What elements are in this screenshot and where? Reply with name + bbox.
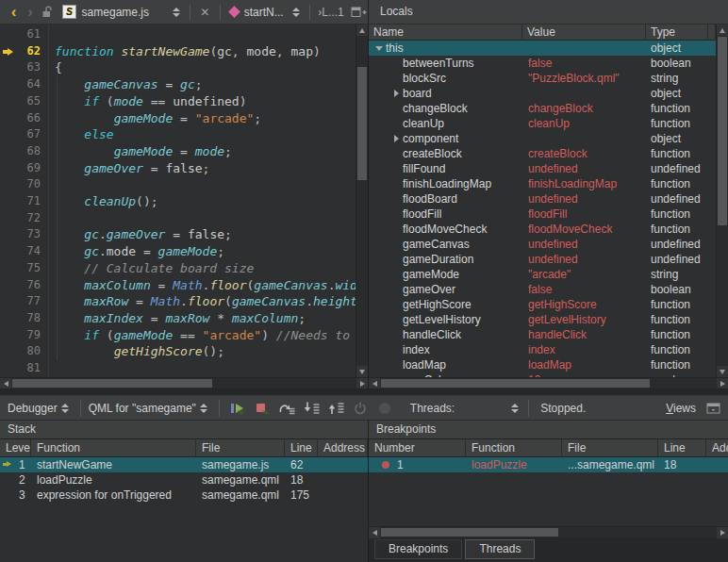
locals-row[interactable]: changeBlockchangeBlockfunction — [369, 101, 716, 116]
locals-row[interactable]: indexindexfunction — [369, 342, 716, 357]
line-number[interactable]: 70 — [0, 176, 48, 193]
file-selector[interactable]: samegame.js — [82, 6, 184, 19]
scrollbar-thumb[interactable] — [357, 67, 367, 180]
tab-threads[interactable]: Threads — [465, 539, 535, 559]
locals-row[interactable]: getHighScoregetHighScorefunction — [369, 297, 716, 312]
column-header-address[interactable]: Address — [318, 439, 368, 456]
stack-header[interactable]: Level Function File Line Address — [0, 439, 368, 457]
line-number[interactable]: 72 — [0, 210, 48, 227]
editor-vertical-scrollbar[interactable] — [356, 25, 368, 377]
column-header-line[interactable]: Line — [658, 439, 706, 456]
line-number[interactable]: 64 — [0, 76, 48, 93]
scroll-down-icon[interactable] — [356, 366, 368, 377]
line-number[interactable]: 74 — [0, 243, 48, 260]
step-over-button[interactable] — [275, 398, 298, 419]
expand-icon[interactable] — [389, 90, 403, 97]
column-header-number[interactable]: Number — [369, 439, 466, 456]
code-line[interactable]: gameCanvas = gc; — [55, 76, 356, 93]
code-line[interactable]: getHighScore(); — [55, 343, 356, 360]
locals-row[interactable]: cleanUpcleanUpfunction — [369, 116, 716, 131]
locals-vertical-scrollbar[interactable] — [716, 25, 728, 377]
breakpoints-body[interactable]: 1loadPuzzle...samegame.qml18 — [369, 457, 728, 472]
step-into-button[interactable] — [300, 398, 323, 419]
column-header-function[interactable]: Function — [466, 439, 562, 456]
line-number[interactable]: 69 — [0, 160, 48, 177]
code-line[interactable] — [55, 176, 356, 193]
line-number[interactable]: 78 — [0, 310, 48, 327]
code-line[interactable]: gc.gameOver = false; — [55, 226, 356, 243]
debugger-selector[interactable]: Debugger — [8, 402, 73, 415]
line-number[interactable]: 80 — [0, 343, 48, 360]
threads-selector[interactable] — [456, 404, 522, 413]
line-number[interactable]: 65 — [0, 93, 48, 110]
locals-row[interactable]: finishLoadingMapfinishLoadingMapfunction — [369, 176, 716, 191]
locals-body[interactable]: thisobjectbetweenTurnsfalsebooleanblockS… — [369, 41, 716, 377]
scroll-left-icon[interactable] — [0, 378, 11, 388]
tab-breakpoints[interactable]: Breakpoints — [374, 539, 462, 559]
scroll-right-icon[interactable] — [717, 378, 728, 388]
line-number[interactable]: 81 — [0, 360, 48, 377]
line-number[interactable]: 66 — [0, 110, 48, 127]
scrollbar-thumb[interactable] — [718, 37, 727, 225]
code-line[interactable] — [55, 26, 356, 43]
locals-row[interactable]: gameDurationundefinedundefined — [369, 252, 716, 267]
code-line[interactable]: maxColumn = Math.floor(gameCanvas.width — [55, 277, 356, 294]
abort-debug-power-icon[interactable] — [349, 398, 372, 419]
line-number[interactable]: 79 — [0, 327, 48, 344]
code-line[interactable]: function startNewGame(gc, mode, map) — [55, 43, 356, 60]
stack-row[interactable]: 1startNewGamesamegame.js62 — [0, 457, 368, 472]
scroll-right-icon[interactable] — [356, 378, 368, 388]
locals-row[interactable]: loadMaploadMapfunction — [369, 357, 716, 372]
locals-row[interactable]: handleClickhandleClickfunction — [369, 327, 716, 342]
column-header-line[interactable]: Line — [285, 439, 318, 456]
locals-row[interactable]: boardobject — [369, 86, 716, 101]
forward-button[interactable]: › — [22, 3, 38, 22]
editor-horizontal-scrollbar[interactable] — [0, 377, 368, 388]
views-button[interactable]: Views — [666, 402, 696, 415]
locals-row[interactable]: blockSrc"PuzzleBlock.qml"string — [369, 71, 716, 86]
continue-debug-button[interactable] — [226, 398, 249, 419]
locals-row[interactable]: thisobject — [369, 41, 716, 56]
column-header-name[interactable]: Name — [369, 25, 522, 40]
locals-row[interactable]: gameCanvasundefinedundefined — [369, 237, 716, 252]
scrollbar-thumb[interactable] — [12, 379, 212, 388]
engine-selector[interactable]: QML for "samegame" — [89, 402, 211, 415]
code-line[interactable]: cleanUp(); — [55, 193, 356, 210]
locals-row[interactable]: createBlockcreateBlockfunction — [369, 146, 716, 161]
breakpoint-row[interactable]: 1loadPuzzle...samegame.qml18 — [369, 457, 728, 472]
line-number[interactable]: 63 — [0, 59, 48, 76]
code-line[interactable] — [55, 210, 356, 227]
close-document-icon[interactable]: ✕ — [196, 3, 214, 22]
column-header-level[interactable]: Level — [0, 439, 31, 456]
code-line[interactable]: gameMode = mode; — [55, 143, 356, 160]
column-header-file[interactable]: File — [196, 439, 285, 456]
column-header-type[interactable]: Type — [646, 25, 708, 40]
code-line[interactable]: gc.mode = gameMode; — [55, 243, 356, 260]
code-line[interactable]: if (mode == undefined) — [55, 93, 356, 110]
code-line[interactable] — [55, 360, 356, 377]
split-editor-icon[interactable] — [350, 3, 368, 22]
breakpoints-horizontal-scrollbar[interactable] — [369, 526, 728, 537]
locals-horizontal-scrollbar[interactable] — [369, 377, 728, 388]
line-number[interactable]: 62 — [0, 43, 48, 60]
locals-row[interactable]: floodFillfloodFillfunction — [369, 207, 716, 222]
code-line[interactable]: gameOver = false; — [55, 160, 356, 177]
column-header-value[interactable]: Value — [522, 25, 646, 40]
code-view[interactable]: 6162636465666768697071727374757677787980… — [0, 25, 356, 377]
code-line[interactable]: maxRow = Math.floor(gameCanvas.height — [55, 293, 356, 310]
scroll-up-icon[interactable] — [356, 25, 368, 36]
line-number[interactable]: 71 — [0, 193, 48, 210]
code-line[interactable]: if (gameMode == "arcade") //Needs to — [55, 327, 356, 344]
scroll-up-icon[interactable] — [717, 25, 728, 36]
line-number[interactable]: 67 — [0, 126, 48, 143]
expand-icon[interactable] — [389, 135, 403, 142]
line-number[interactable]: 77 — [0, 293, 48, 310]
code-line[interactable]: // Calculate board size — [55, 260, 356, 277]
unlock-icon[interactable] — [39, 3, 57, 22]
editor-code[interactable]: function startNewGame(gc, mode, map){ ga… — [49, 25, 356, 377]
column-header-address[interactable]: Address — [706, 439, 728, 456]
interrupt-debug-button[interactable] — [251, 398, 273, 419]
locals-row[interactable]: betweenTurnsfalseboolean — [369, 56, 716, 71]
code-line[interactable]: maxIndex = maxRow * maxColumn; — [55, 310, 356, 327]
locals-row[interactable]: floodMoveCheckfloodMoveCheckfunction — [369, 222, 716, 237]
